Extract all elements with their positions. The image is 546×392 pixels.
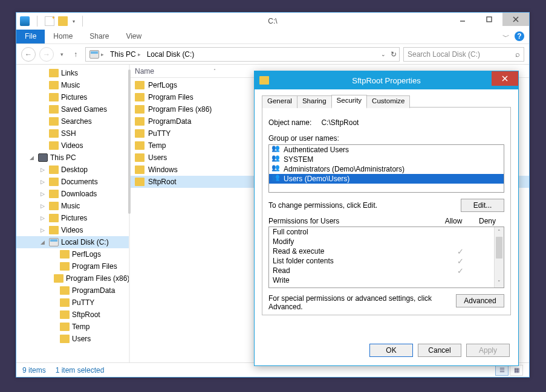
tree-item[interactable]: ▷Desktop [16,164,129,176]
tree-item[interactable]: ProgramData [16,284,129,297]
scrollbar-thumb[interactable] [496,237,502,259]
apply-button[interactable]: Apply [466,344,510,357]
tree-item[interactable]: ◢This PC [16,152,129,164]
object-name-value: C:\SftpRoot [321,118,359,127]
properties-qat-icon[interactable] [20,16,30,26]
dialog-titlebar[interactable]: SftpRoot Properties [255,71,518,89]
folder-icon [49,214,59,222]
tree-item[interactable]: SSH [16,127,129,140]
file-name: Program Files [148,93,193,101]
group-user-item[interactable]: SYSTEM [269,155,504,164]
permission-name: List folder contents [273,257,446,265]
tree-item[interactable]: Temp [16,321,129,333]
address-dropdown-icon[interactable]: ⌄ [381,51,386,57]
refresh-icon[interactable]: ↻ [391,50,397,59]
permissions-listbox[interactable]: Full controlModifyRead & execute✓List fo… [268,227,504,288]
ribbon-expand-icon[interactable]: ﹀ [498,30,515,43]
permission-name: Write [273,276,446,284]
tree-item-label: Documents [61,178,98,186]
qat-dropdown-icon[interactable]: ▾ [73,19,75,24]
tree-item[interactable]: Pictures [16,91,129,103]
tab-customize[interactable]: Customize [366,95,410,108]
group-user-item[interactable]: Administrators (Demo\Administrators) [269,164,504,174]
titlebar[interactable]: ▾ C:\ [16,13,529,30]
tree-item[interactable]: Searches [16,115,129,127]
drive-icon [89,50,99,59]
folder-icon [49,202,59,210]
view-details-button[interactable]: ☰ [495,365,509,376]
scroll-down-icon[interactable]: ˅ [495,278,504,288]
folder-icon [49,117,59,126]
tree-item-label: Users [72,335,91,343]
breadcrumb-this-pc[interactable]: This PC [110,50,136,59]
new-folder-qat-icon[interactable] [45,16,54,26]
tree-item[interactable]: ▷Downloads [16,188,129,200]
back-button[interactable]: ← [21,47,36,62]
tab-share[interactable]: Share [81,30,117,43]
folder-icon [135,153,145,162]
breadcrumb-drive[interactable]: Local Disk (C:) [147,50,195,59]
tree-item-label: Links [61,69,78,77]
tab-file[interactable]: File [16,30,45,43]
cancel-button[interactable]: Cancel [418,344,461,357]
forward-button[interactable]: → [39,47,54,62]
folder-icon [49,93,59,101]
pane-splitter[interactable] [129,65,130,362]
tree-item[interactable]: ▷Videos [16,224,129,236]
tree-item[interactable]: Videos [16,140,129,152]
scroll-up-icon[interactable]: ˄ [495,227,504,237]
tab-security[interactable]: Security [331,95,368,108]
tree-item[interactable]: ▷Pictures [16,212,129,224]
tree-item-label: This PC [50,153,76,162]
tree-item[interactable]: Program Files (x86) [16,272,129,284]
address-bar[interactable]: ▸ This PC▸ Local Disk (C:) ⌄↻ [85,47,400,62]
help-icon[interactable]: ? [515,31,524,41]
tree-item[interactable]: Links [16,67,129,79]
tab-home[interactable]: Home [45,30,81,43]
edit-button[interactable]: Edit... [461,199,504,212]
ok-button[interactable]: OK [369,344,413,357]
close-button[interactable] [502,13,529,26]
tab-sharing[interactable]: Sharing [297,95,332,108]
tree-item[interactable]: Music [16,79,129,91]
tree-item[interactable]: Program Files [16,260,129,272]
search-input[interactable]: Search Local Disk (C:) ⌕ [403,47,524,62]
navigation-pane[interactable]: LinksMusicPicturesSaved GamesSearchesSSH… [16,65,129,362]
tree-item-label: Program Files (x86) [66,274,129,283]
folder-icon [60,286,70,295]
tree-item-label: SftpRoot [72,310,100,319]
tree-item[interactable]: Users [16,333,129,345]
folder-icon [60,250,70,259]
history-dropdown-icon[interactable]: ▾ [57,47,66,62]
minimize-button[interactable] [449,13,476,26]
dialog-close-button[interactable] [492,71,518,86]
tab-view[interactable]: View [117,30,150,43]
tree-item[interactable]: SftpRoot [16,309,129,321]
search-icon[interactable]: ⌕ [515,50,520,59]
file-name: ProgramData [148,117,191,126]
group-user-item[interactable]: Authenticated Users [269,145,504,155]
maximize-button[interactable] [476,13,502,26]
svg-rect-1 [487,17,492,22]
advanced-button[interactable]: Advanced [456,294,504,307]
tree-item[interactable]: PerfLogs [16,248,129,260]
folder-icon [259,76,269,85]
properties-dialog: SftpRoot Properties General Sharing Secu… [254,71,519,366]
view-icons-button[interactable]: ▦ [510,365,523,376]
tree-item-label: Temp [72,323,89,331]
group-user-listbox[interactable]: Authenticated UsersSYSTEMAdministrators … [268,144,504,193]
folder-qat-icon[interactable] [58,16,68,26]
ribbon-tabs: File Home Share View ﹀ ? [16,30,529,44]
group-name: SYSTEM [284,155,313,164]
permissions-scrollbar[interactable]: ˄ ˅ [494,227,504,288]
qat-separator [37,16,37,27]
tree-item[interactable]: PuTTY [16,297,129,309]
column-name[interactable]: Name [135,67,213,76]
tab-general[interactable]: General [262,95,297,108]
up-button[interactable]: ↑ [70,50,82,59]
tree-item[interactable]: ▷Music [16,200,129,212]
tree-item[interactable]: ◢Local Disk (C:) [16,236,129,248]
tree-item[interactable]: Saved Games [16,103,129,115]
tree-item[interactable]: ▷Documents [16,176,129,188]
group-user-item[interactable]: Users (Demo\Users) [269,174,504,184]
